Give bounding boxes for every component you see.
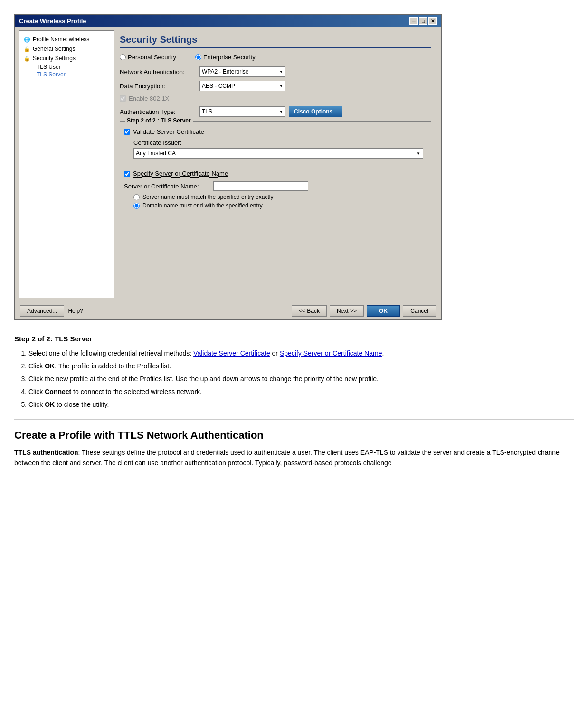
step-5: Click OK to close the utility.: [28, 400, 574, 410]
data-encryption-select[interactable]: AES - CCMP TKIP None: [199, 81, 285, 91]
advanced-button[interactable]: Advanced...: [20, 305, 64, 317]
footer-right: << Back Next >> OK Cancel: [87, 305, 436, 317]
server-cert-name-input[interactable]: [213, 181, 308, 191]
validate-server-cert-link[interactable]: Validate Server Certificate: [193, 349, 270, 357]
tls-box-content: Validate Server Certificate Certificate …: [124, 125, 427, 209]
next-button[interactable]: Next >>: [330, 305, 364, 317]
cisco-options-button[interactable]: Cisco Options...: [289, 106, 342, 117]
page-content: Step 2 of 2: TLS Server Select one of th…: [0, 330, 588, 483]
step2-bold: OK: [45, 362, 55, 370]
validate-cert-checkbox[interactable]: [124, 129, 130, 135]
close-button[interactable]: ✕: [428, 17, 437, 25]
step-3: Click the new profile at the end of the …: [28, 374, 574, 384]
profile-icon: 🌐: [23, 36, 31, 43]
match-exact-radio[interactable]: [133, 194, 140, 200]
data-encryption-select-wrapper: AES - CCMP TKIP None: [199, 81, 285, 91]
match-exact-label: Server name must match the specified ent…: [142, 194, 273, 200]
sidebar-item-security-settings[interactable]: 🔒 Security Settings: [23, 54, 110, 63]
sidebar-item-general-settings[interactable]: 🔒 General Settings: [23, 44, 110, 54]
enable-8021x-label: Enable 802.1X: [129, 95, 169, 102]
personal-security-option[interactable]: Personal Security: [120, 54, 176, 61]
specify-server-row: Specify Server or Certificate Name: [124, 170, 427, 178]
sidebar-sub-items: TLS User TLS Server: [23, 63, 110, 78]
auth-type-label: Authentication Type:: [120, 108, 196, 115]
specify-server-checkbox[interactable]: [124, 171, 130, 177]
section-heading: Create a Profile with TTLS Network Authe…: [14, 429, 574, 441]
minimize-button[interactable]: ─: [409, 17, 418, 25]
step2-text-after: . The profile is added to the Profiles l…: [55, 362, 171, 370]
section-para-text: : These settings define the protocol and…: [14, 449, 561, 467]
domain-end-label: Domain name must end with the specified …: [142, 202, 263, 209]
sidebar-item-tls-user[interactable]: TLS User: [37, 63, 110, 71]
section-para: TTLS authentication: These settings defi…: [14, 447, 574, 469]
network-auth-select-wrapper: WPA2 - Enterprise WPA - Enterprise WPA2 …: [199, 66, 285, 77]
cert-issuer-select-wrapper: Any Trusted CA Other CA: [133, 148, 423, 159]
step5-text-after: to close the utility.: [55, 401, 109, 408]
validate-cert-label: Validate Server Certificate: [133, 128, 204, 135]
validate-cert-row: Validate Server Certificate: [124, 128, 427, 135]
enterprise-security-radio[interactable]: [195, 54, 201, 60]
data-encryption-label: Data Encryption:: [120, 83, 196, 90]
step2-text-before: Click: [28, 362, 45, 370]
security-type-row: Personal Security Enterprise Security: [120, 54, 431, 61]
tls-server-box: Step 2 of 2 : TLS Server Validate Server…: [120, 121, 431, 215]
help-link[interactable]: Help?: [68, 308, 83, 314]
cert-issuer-select[interactable]: Any Trusted CA Other CA: [133, 148, 423, 159]
specify-server-label: Specify Server or Certificate Name: [133, 170, 228, 178]
step4-text-before: Click: [28, 388, 45, 395]
match-exact-option: Server name must match the specified ent…: [133, 194, 427, 200]
personal-security-label: Personal Security: [128, 54, 176, 61]
steps-list: Select one of the following credential r…: [28, 348, 574, 410]
domain-end-radio[interactable]: [133, 203, 140, 209]
step1-text-after: .: [382, 349, 384, 357]
step-4: Click Connect to connect to the selected…: [28, 387, 574, 397]
step-2: Click OK. The profile is added to the Pr…: [28, 361, 574, 371]
cancel-button[interactable]: Cancel: [403, 305, 436, 317]
domain-end-option: Domain name must end with the specified …: [133, 202, 427, 209]
step4-bold: Connect: [45, 388, 71, 395]
sidebar: 🌐 Profile Name: wireless 🔒 General Setti…: [19, 30, 114, 298]
step1-text-middle: or: [270, 349, 280, 357]
specify-server-cert-link[interactable]: Specify Server or Certificate Name: [280, 349, 382, 357]
dialog-titlebar: Create Wireless Profile ─ □ ✕: [15, 15, 441, 27]
step1-text-before: Select one of the following credential r…: [28, 349, 193, 357]
titlebar-buttons: ─ □ ✕: [409, 17, 437, 25]
dialog-footer: Advanced... Help? << Back Next >> OK Can…: [15, 302, 441, 319]
step3-text: Click the new profile at the end of the …: [28, 375, 379, 383]
enterprise-security-option[interactable]: Enterprise Security: [195, 54, 256, 61]
network-auth-select[interactable]: WPA2 - Enterprise WPA - Enterprise WPA2 …: [199, 66, 285, 77]
tls-user-label: TLS User: [37, 64, 61, 70]
sidebar-item-tls-server[interactable]: TLS Server: [37, 71, 110, 78]
sidebar-security-settings-label: Security Settings: [33, 55, 76, 62]
personal-security-radio[interactable]: [120, 54, 126, 60]
tls-server-label: TLS Server: [37, 71, 66, 78]
auth-type-select[interactable]: TLS PEAP TTLS LEAP: [199, 106, 285, 117]
server-cert-name-label: Server or Certificate Name:: [124, 183, 209, 190]
dialog-title: Create Wireless Profile: [19, 18, 86, 25]
auth-type-select-wrapper: TLS PEAP TTLS LEAP: [199, 106, 285, 117]
section-para-bold: TTLS authentication: [14, 449, 78, 456]
step5-text-before: Click: [28, 401, 45, 408]
cert-issuer-label: Certificate Issuer:: [133, 139, 427, 146]
enable-8021x-checkbox: [120, 95, 126, 102]
step5-bold: OK: [45, 401, 55, 408]
back-button[interactable]: << Back: [292, 305, 327, 317]
maximize-button[interactable]: □: [419, 17, 427, 25]
auth-type-row: Authentication Type: TLS PEAP TTLS LEAP …: [120, 106, 431, 117]
step-1: Select one of the following credential r…: [28, 348, 574, 358]
tls-box-legend: Step 2 of 2 : TLS Server: [125, 117, 193, 124]
sidebar-profile-name-label: Profile Name: wireless: [33, 36, 89, 43]
footer-left: Advanced... Help?: [20, 305, 83, 317]
lock2-icon: 🔒: [23, 55, 31, 62]
right-panel: Security Settings Personal Security Ente…: [114, 30, 437, 298]
ok-button[interactable]: OK: [367, 305, 400, 317]
sidebar-item-profile-name[interactable]: 🌐 Profile Name: wireless: [23, 35, 110, 44]
step4-text-after: to connect to the selected wireless netw…: [71, 388, 202, 395]
panel-title: Security Settings: [120, 34, 431, 48]
enable-8021x-row: Enable 802.1X: [120, 95, 431, 102]
data-label-d: Data Encryption:: [120, 83, 165, 90]
sidebar-general-settings-label: General Settings: [33, 46, 75, 52]
lock-icon: 🔒: [23, 45, 31, 53]
data-encryption-row: Data Encryption: AES - CCMP TKIP None: [120, 81, 431, 91]
dialog-body: 🌐 Profile Name: wireless 🔒 General Setti…: [15, 27, 441, 302]
